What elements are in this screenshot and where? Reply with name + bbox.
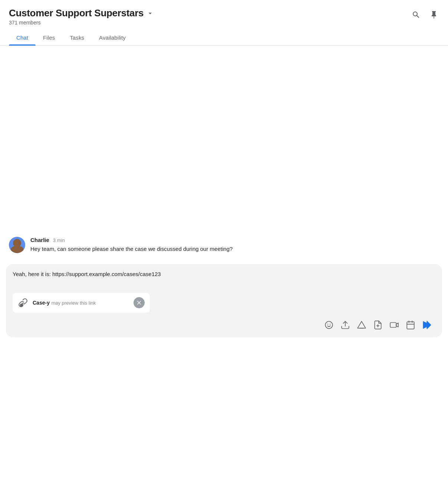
tab-files[interactable]: Files [36, 31, 62, 45]
avatar [9, 237, 25, 253]
link-preview: ⚙ Case-y may preview this link [13, 293, 150, 313]
message-author: Charlie [30, 237, 49, 243]
tabs: Chat Files Tasks Availability [0, 31, 448, 46]
pin-icon[interactable] [429, 10, 439, 20]
table-row: Charlie 3 min Hey team, can someone plea… [9, 237, 439, 253]
group-name: Customer Support Superstars [9, 7, 144, 19]
message-content: Charlie 3 min Hey team, can someone plea… [30, 237, 439, 253]
tab-availability[interactable]: Availability [92, 31, 133, 45]
compose-toolbar [13, 318, 435, 332]
emoji-button[interactable] [322, 318, 336, 332]
new-doc-button[interactable] [371, 318, 385, 332]
message-header: Charlie 3 min [30, 237, 439, 243]
drive-button[interactable] [355, 318, 369, 332]
compose-area: Yeah, here it is: https://support.exampl… [6, 264, 442, 337]
message-text: Hey team, can someone please share the c… [30, 245, 439, 253]
message-time: 3 min [53, 238, 65, 243]
close-link-preview-button[interactable] [134, 297, 145, 308]
header-left: Customer Support Superstars 371 members [9, 7, 154, 26]
svg-rect-9 [390, 323, 396, 328]
tab-chat[interactable]: Chat [9, 31, 36, 45]
message-list: Charlie 3 min Hey team, can someone plea… [9, 237, 439, 253]
header: Customer Support Superstars 371 members [0, 0, 448, 26]
video-button[interactable] [387, 318, 401, 332]
send-button[interactable] [420, 318, 434, 332]
svg-point-3 [327, 324, 328, 325]
group-title: Customer Support Superstars [9, 7, 154, 19]
dropdown-icon[interactable] [146, 10, 154, 19]
upload-button[interactable] [338, 318, 352, 332]
svg-point-4 [330, 324, 330, 325]
compose-input[interactable]: Yeah, here it is: https://support.exampl… [13, 270, 435, 287]
search-icon[interactable] [411, 10, 421, 20]
link-preview-name: Case-y [33, 300, 50, 306]
members-count: 371 members [9, 20, 154, 26]
svg-rect-10 [407, 322, 414, 329]
link-preview-icon: ⚙ [18, 298, 28, 308]
header-actions [411, 7, 439, 20]
link-preview-sub: may preview this link [51, 300, 96, 306]
tab-tasks[interactable]: Tasks [62, 31, 92, 45]
svg-text:⚙: ⚙ [20, 303, 23, 307]
calendar-button[interactable] [403, 318, 418, 332]
chat-area: Charlie 3 min Hey team, can someone plea… [0, 46, 448, 260]
link-preview-text: Case-y may preview this link [33, 299, 129, 306]
svg-point-2 [325, 321, 333, 329]
